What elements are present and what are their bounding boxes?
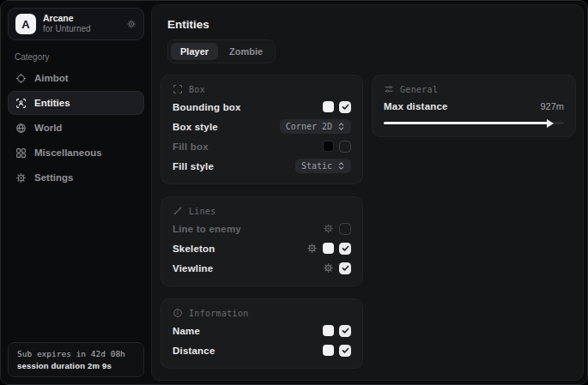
category-label: Category [15,52,144,62]
app-window: A Arcane for Unturned Category Ai [0,0,588,385]
max-distance-slider[interactable] [384,117,564,128]
sidebar-item-label: Miscellaneous [34,147,102,158]
dropdown-value: Static [301,161,332,171]
card-header-label: Box [189,85,205,94]
line-icon [173,206,183,216]
setting-label: Box style [173,122,218,132]
sidebar: A Arcane for Unturned Category Ai [1,1,151,384]
subscription-status-card: Sub expires in 42d 08h session duration … [8,342,144,377]
slider-fill [384,122,551,124]
distance-checkbox[interactable] [339,345,351,357]
setting-label: Name [173,326,200,336]
setting-label: Max distance [384,101,448,111]
setting-row-bounding-box: Bounding box [173,98,351,116]
dropdown-value: Corner 2D [286,122,332,131]
setting-label: Skeleton [173,244,215,254]
app-logo-card[interactable]: A Arcane for Unturned [8,8,144,40]
setting-row-box-style: Box style Corner 2D [173,117,351,135]
scan-person-icon [15,98,27,109]
gear-icon[interactable] [306,243,318,254]
check-icon [341,263,350,273]
color-swatch[interactable] [323,325,334,336]
setting-label: Line to enemy [173,224,241,234]
sidebar-item-miscellaneous[interactable]: Miscellaneous [8,141,144,165]
chevron-selector-icon [337,122,345,131]
color-swatch[interactable] [323,101,334,112]
box-style-dropdown[interactable]: Corner 2D [280,119,351,134]
app-logo: A [15,14,36,34]
sidebar-item-label: World [34,123,62,133]
info-icon [173,308,183,318]
name-checkbox[interactable] [339,325,351,337]
setting-label: Viewline [173,263,213,274]
setting-label: Fill style [173,161,214,171]
bounding-box-checkbox[interactable] [339,101,351,113]
sidebar-item-label: Entities [34,98,70,108]
app-tagline: for Unturned [43,24,91,35]
setting-row-viewline: Viewline [173,259,351,277]
sidebar-item-world[interactable]: World [8,116,144,140]
gear-icon [15,172,27,183]
app-name: Arcane [43,13,91,24]
setting-label: Fill box [173,141,209,152]
sliders-icon [384,84,394,94]
sidebar-item-settings[interactable]: Settings [8,165,144,189]
card-header-label: Lines [189,207,216,216]
tab-player[interactable]: Player [171,43,218,60]
fill-style-dropdown[interactable]: Static [295,159,351,173]
setting-row-fill-style: Fill style Static [173,157,351,175]
setting-label: Distance [173,346,215,356]
viewline-checkbox[interactable] [339,262,351,274]
tab-label: Zombie [229,46,263,57]
setting-row-name: Name [173,322,351,340]
color-swatch[interactable] [323,243,334,254]
session-duration-text: session duration 2m 9s [17,361,135,370]
crosshair-icon [15,73,27,84]
tab-zombie[interactable]: Zombie [220,43,272,60]
setting-row-distance: Distance [173,341,351,359]
box-corners-icon [173,84,183,94]
color-swatch[interactable] [323,141,334,152]
fill-box-checkbox[interactable] [339,141,351,153]
page-title: Entities [167,18,576,31]
tab-label: Player [180,46,209,57]
information-card: Information Name [161,298,363,369]
app-logo-letter: A [21,18,29,31]
lines-card: Lines Line to enemy [161,196,363,286]
setting-row-skeleton: Skeleton [173,239,351,257]
sidebar-item-entities[interactable]: Entities [8,91,144,115]
globe-icon [15,123,27,134]
check-icon [341,346,350,355]
check-icon [341,102,350,111]
entity-tabbar: Player Zombie [167,39,276,63]
main-panel: Entities Player Zombie [151,4,584,381]
skeleton-checkbox[interactable] [339,243,351,255]
slider-thumb[interactable] [547,119,554,128]
max-distance-value: 927m [540,101,564,111]
setting-row-fill-box: Fill box [173,137,351,155]
gear-icon[interactable] [323,223,334,234]
gear-icon[interactable] [323,262,334,274]
card-header-label: General [400,85,438,94]
line-to-enemy-checkbox[interactable] [339,223,351,235]
setting-label: Bounding box [173,102,241,112]
sidebar-item-label: Aimbot [34,73,69,83]
chevron-selector-icon [337,161,345,171]
card-header-label: Information [189,309,249,318]
check-icon [341,326,350,335]
sub-expiry-text: Sub expires in 42d 08h [17,349,135,358]
general-card: General Max distance 927m [372,75,576,137]
check-icon [341,244,350,253]
sidebar-item-aimbot[interactable]: Aimbot [8,66,144,90]
gear-icon[interactable] [126,19,136,29]
color-swatch[interactable] [323,345,334,356]
grid-icon [15,147,27,159]
setting-row-line-to-enemy: Line to enemy [173,220,351,238]
sidebar-item-label: Settings [34,172,73,183]
setting-row-max-distance: Max distance 927m [384,98,564,115]
box-card: Box Bounding box [161,75,363,184]
